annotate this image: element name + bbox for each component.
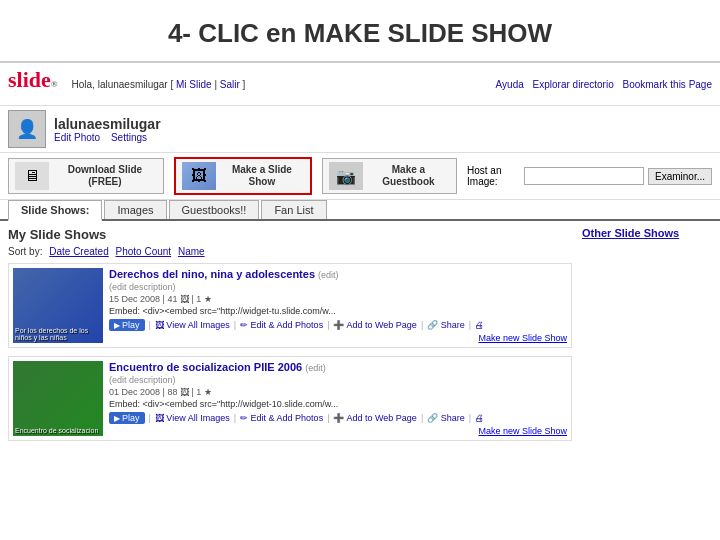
profile-bar: 👤 lalunaesmilugar Edit Photo Settings xyxy=(0,106,720,153)
edit-title-link[interactable]: (edit) xyxy=(318,270,339,280)
tab-slide-shows[interactable]: Slide Shows: xyxy=(8,200,102,221)
ayuda-link[interactable]: Ayuda xyxy=(496,79,524,90)
other-shows-header[interactable]: Other Slide Shows xyxy=(582,227,712,239)
host-image-input[interactable] xyxy=(524,167,644,185)
slide-header: slide® Hola, lalunaesmilugar [ Mi Slide … xyxy=(0,61,720,106)
thumb-text: Por los derechos de los niños y las niña… xyxy=(15,327,103,341)
host-image-section: Host an Image: Examinor... xyxy=(467,165,712,187)
view-all-images-link[interactable]: 🖼 View All Images xyxy=(155,413,230,423)
thumb-text: Encuentro de socializacion xyxy=(15,427,98,434)
my-shows: My Slide Shows Sort by: Date Created Pho… xyxy=(8,227,572,449)
page-title: 4- CLIC en MAKE SLIDE SHOW xyxy=(0,0,720,61)
edit-desc-link[interactable]: (edit description) xyxy=(109,375,567,385)
slideshow-icon: 🖼 xyxy=(182,162,216,190)
download-slide-button[interactable]: 🖥 Download Slide (FREE) xyxy=(8,158,164,194)
my-shows-header: My Slide Shows xyxy=(8,227,572,242)
examinor-button[interactable]: Examinor... xyxy=(648,168,712,185)
sort-date-link[interactable]: Date Created xyxy=(49,246,108,257)
slideshow-item: Encuentro de socializacion Encuentro de … xyxy=(8,356,572,441)
add-to-web-link[interactable]: ➕ Add to Web Page xyxy=(333,320,416,330)
slideshow-meta: 15 Dec 2008 | 41 🖼 | 1 ★ xyxy=(109,294,567,304)
share-link[interactable]: 🔗 Share xyxy=(427,413,465,423)
sort-name-link[interactable]: Name xyxy=(178,246,205,257)
slideshow-thumbnail: Encuentro de socializacion xyxy=(13,361,103,436)
download-label: Download Slide (FREE) xyxy=(53,164,157,188)
slideshow-title: Encuentro de socializacion PIIE 2006 (ed… xyxy=(109,361,567,373)
make-guestbook-button[interactable]: 📷 Make a Guestbook xyxy=(322,158,457,194)
play-button[interactable]: Play xyxy=(109,319,145,331)
print-link[interactable]: 🖨 xyxy=(475,413,484,423)
edit-photo-link[interactable]: Edit Photo xyxy=(54,132,100,143)
header-links: Ayuda Explorar directorio Bookmark this … xyxy=(490,79,712,90)
tab-guestbooks[interactable]: Guestbooks!! xyxy=(169,200,260,219)
slideshow-title-link[interactable]: Encuentro de socializacion PIIE 2006 xyxy=(109,361,302,373)
username: lalunaesmilugar xyxy=(54,116,161,132)
print-link[interactable]: 🖨 xyxy=(475,320,484,330)
play-button[interactable]: Play xyxy=(109,412,145,424)
edit-add-photos-link[interactable]: ✏ Edit & Add Photos xyxy=(240,320,323,330)
slideshow-embed: Embed: <div><embed src="http://widget-10… xyxy=(109,399,389,409)
slideshow-actions: Play | 🖼 View All Images | ✏ Edit & Add … xyxy=(109,412,567,424)
salir-link[interactable]: Salir xyxy=(220,79,240,90)
share-link[interactable]: 🔗 Share xyxy=(427,320,465,330)
slideshow-info: Derechos del nino, nina y adolescentes (… xyxy=(109,268,567,343)
main-content: My Slide Shows Sort by: Date Created Pho… xyxy=(0,221,720,455)
tab-fan-list[interactable]: Fan List xyxy=(261,200,326,219)
tab-bar: Slide Shows: Images Guestbooks!! Fan Lis… xyxy=(0,200,720,221)
other-shows: Other Slide Shows xyxy=(582,227,712,449)
download-icon: 🖥 xyxy=(15,162,49,190)
make-new-link[interactable]: Make new Slide Show xyxy=(109,333,567,343)
sort-bar: Sort by: Date Created Photo Count Name xyxy=(8,246,572,257)
slideshow-thumbnail: Por los derechos de los niños y las niña… xyxy=(13,268,103,343)
slideshow-item: Por los derechos de los niños y las niña… xyxy=(8,263,572,348)
avatar: 👤 xyxy=(8,110,46,148)
actions-row: 🖥 Download Slide (FREE) 🖼 Make a Slide S… xyxy=(0,153,720,200)
explorar-link[interactable]: Explorar directorio xyxy=(533,79,614,90)
add-to-web-link[interactable]: ➕ Add to Web Page xyxy=(333,413,416,423)
slideshow-meta: 01 Dec 2008 | 88 🖼 | 1 ★ xyxy=(109,387,567,397)
profile-links: Edit Photo Settings xyxy=(54,132,161,143)
view-all-images-link[interactable]: 🖼 View All Images xyxy=(155,320,230,330)
edit-add-photos-link[interactable]: ✏ Edit & Add Photos xyxy=(240,413,323,423)
guestbook-icon: 📷 xyxy=(329,162,363,190)
edit-desc-link[interactable]: (edit description) xyxy=(109,282,567,292)
make-new-link-2[interactable]: Make new Slide Show xyxy=(109,426,567,436)
slideshow-info: Encuentro de socializacion PIIE 2006 (ed… xyxy=(109,361,567,436)
guestbook-label: Make a Guestbook xyxy=(367,164,450,188)
make-slideshow-button[interactable]: 🖼 Make a Slide Show xyxy=(174,157,312,195)
bookmark-link[interactable]: Bookmark this Page xyxy=(623,79,713,90)
settings-link[interactable]: Settings xyxy=(111,132,147,143)
slideshow-actions: Play | 🖼 View All Images | ✏ Edit & Add … xyxy=(109,319,567,331)
edit-title-link[interactable]: (edit) xyxy=(305,363,326,373)
host-image-label: Host an Image: xyxy=(467,165,520,187)
sort-photo-link[interactable]: Photo Count xyxy=(116,246,172,257)
slideshow-title-link[interactable]: Derechos del nino, nina y adolescentes xyxy=(109,268,315,280)
slide-logo: slide® xyxy=(8,67,58,101)
slideshow-title: Derechos del nino, nina y adolescentes (… xyxy=(109,268,567,280)
header-greeting: Hola, lalunaesmilugar [ Mi Slide | Salir… xyxy=(72,79,246,90)
tab-images[interactable]: Images xyxy=(104,200,166,219)
slideshow-embed: Embed: <div><embed src="http://widget-tu… xyxy=(109,306,389,316)
mi-slide-link[interactable]: Mi Slide xyxy=(176,79,212,90)
slideshow-label: Make a Slide Show xyxy=(220,164,304,188)
